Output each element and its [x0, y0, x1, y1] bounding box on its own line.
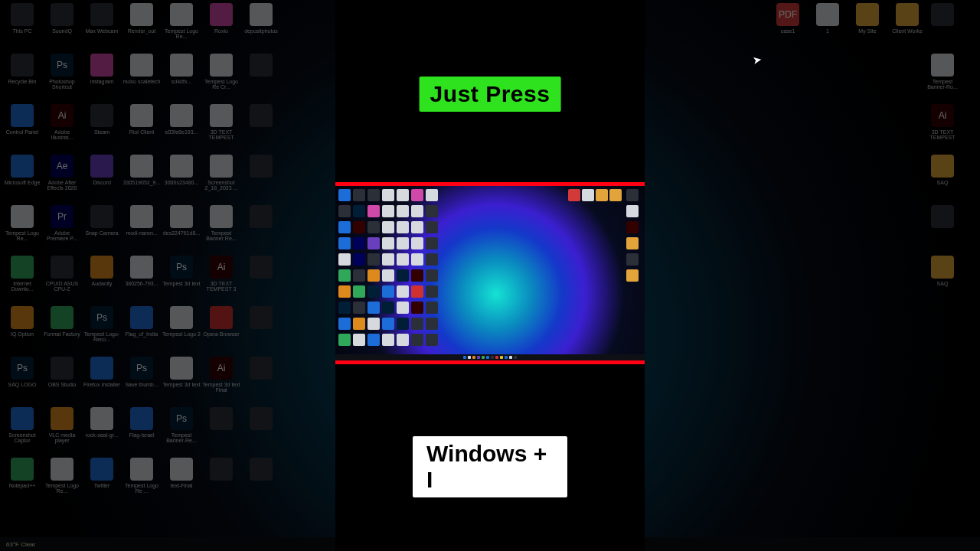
icon-label: Max Webcam — [86, 28, 119, 34]
desktop-icon[interactable]: Recycle Bin — [3, 54, 41, 103]
desktop-icon[interactable]: 380256-793... — [122, 256, 161, 305]
desktop-icon[interactable]: CPUID ASUS CPU-Z — [43, 256, 81, 305]
desktop-icon[interactable] — [242, 357, 280, 406]
desktop-icon[interactable]: Client Works — [888, 3, 926, 52]
caption-bottom: Windows + I — [413, 436, 567, 497]
app-icon — [250, 155, 273, 178]
desktop-icon[interactable]: mobo scaletech — [122, 54, 161, 103]
desktop-icon[interactable]: Control Panel — [3, 104, 41, 153]
mini-icon — [426, 205, 438, 217]
mini-icon — [338, 285, 351, 298]
desktop-icon[interactable]: SoundQ — [43, 3, 81, 52]
desktop-icon[interactable]: Steam — [83, 104, 121, 153]
desktop-icon[interactable] — [202, 458, 240, 507]
icon-label: Tempest Banner-Re... — [162, 432, 201, 444]
desktop-icon[interactable]: PrAdobe Premiere P... — [43, 205, 81, 254]
desktop-icon[interactable]: Tempest Logo Re... — [162, 3, 201, 52]
desktop-icon[interactable]: SAQ — [923, 155, 962, 204]
desktop-icon[interactable]: Snap Camera — [83, 205, 121, 254]
desktop-icon[interactable] — [242, 458, 280, 507]
desktop-icon[interactable]: PsTempest 3d text — [162, 256, 201, 305]
desktop-icon[interactable]: Tempest Logo Re... — [43, 458, 81, 507]
desktop-icon[interactable]: PsTempest Logo-Reco... — [83, 306, 121, 355]
desktop-icon[interactable]: Screenshot Captor — [3, 407, 41, 456]
desktop-icon[interactable]: PsSAQ LOGO — [3, 357, 41, 406]
desktop-icon[interactable] — [242, 54, 280, 103]
desktop-icon[interactable]: PDFcase1 — [769, 3, 807, 52]
desktop-icon[interactable]: Riot Client — [122, 104, 161, 153]
desktop-icon[interactable] — [242, 256, 280, 305]
desktop-icon[interactable]: Notepad++ — [3, 458, 41, 507]
desktop-icon[interactable] — [242, 306, 280, 355]
desktop-icon[interactable]: IQ Option — [3, 306, 41, 355]
desktop-icon[interactable]: Format Factory — [43, 306, 81, 355]
desktop-icon[interactable]: AiAdobe Illustrat... — [43, 104, 81, 153]
desktop-icon[interactable]: Opera Browser — [202, 306, 240, 355]
desktop-icon[interactable] — [242, 155, 280, 204]
mini-icon — [338, 334, 351, 346]
desktop-icon[interactable]: Twitter — [83, 458, 121, 507]
icon-label: SAQ — [937, 180, 949, 185]
desktop-icon[interactable]: sd4dfx... — [162, 54, 201, 103]
desktop-icon[interactable]: depositphotos — [242, 3, 280, 52]
icon-label: depositphotos — [244, 28, 278, 34]
desktop-icon[interactable]: 330519052_9... — [122, 155, 161, 204]
desktop-icon[interactable]: Internet Downlo... — [3, 256, 41, 305]
desktop-icon[interactable]: Microsoft Edge — [3, 155, 41, 204]
desktop-icon[interactable]: e03fe8e193... — [162, 104, 201, 153]
desktop-icon[interactable] — [242, 407, 280, 456]
desktop-icon[interactable]: rock-seat-gr... — [83, 407, 121, 456]
desktop-icon[interactable]: 3D TEXT TEMPEST — [202, 104, 240, 153]
desktop-icon[interactable]: Ai3D TEXT TEMPEST — [923, 104, 962, 153]
app-icon — [90, 3, 113, 26]
desktop-icon[interactable]: modi-naren... — [122, 205, 161, 254]
mini-task-icon — [463, 356, 466, 359]
desktop-icon[interactable]: AeAdobe After Effects 2020 — [43, 155, 81, 204]
desktop-icon[interactable] — [923, 205, 962, 254]
desktop-icon[interactable]: text-Final — [162, 458, 201, 507]
desktop-icon[interactable]: PsTempest Banner-Re... — [162, 407, 201, 456]
mini-icon — [411, 205, 423, 217]
desktop-icon[interactable]: 1 — [808, 3, 847, 52]
mini-icon — [411, 285, 423, 298]
desktop-icon[interactable]: This PC — [3, 3, 41, 52]
app-icon: Ps — [170, 407, 193, 430]
desktop-icon[interactable]: Tempest Logo Re ... — [122, 458, 161, 507]
desktop-icon[interactable] — [923, 3, 962, 52]
desktop-icon[interactable] — [242, 205, 280, 254]
desktop-icon[interactable]: PsPhotoshop Shortcut — [43, 54, 81, 103]
desktop-icon[interactable]: Flag-Israel — [122, 407, 161, 456]
desktop-icon[interactable]: Firefox Installer — [83, 357, 121, 406]
desktop-icon[interactable]: Tempest 3d text — [162, 357, 201, 406]
desktop-icon[interactable]: Tempest Banner Re... — [202, 205, 240, 254]
desktop-icon[interactable]: Discord — [83, 155, 121, 204]
desktop-icon[interactable]: AiTempest 3d text Final — [202, 357, 240, 406]
desktop-icon[interactable]: PsSave thumb... — [122, 357, 161, 406]
desktop-icon[interactable]: Tempest Banner-Ro... — [923, 54, 962, 103]
icon-label: My Site — [858, 28, 876, 34]
desktop-icon[interactable]: Tempest Logo 2 — [162, 306, 201, 355]
app-icon: Ai — [210, 256, 233, 279]
desktop-icon[interactable]: My Site — [848, 3, 887, 52]
desktop-icon[interactable]: Screenshot 2_18_2023 ... — [202, 155, 240, 204]
desktop-icon[interactable]: Ai3D TEXT TEMPEST 3 — [202, 256, 240, 305]
mini-icon — [426, 334, 438, 346]
app-icon: Ai — [210, 357, 233, 380]
desktop-icon[interactable] — [202, 407, 240, 456]
desktop-icon[interactable]: Flag_of_India — [122, 306, 161, 355]
taskbar-weather[interactable]: 63°F Clear — [6, 541, 35, 548]
desktop-icon[interactable]: 3006s23480... — [162, 155, 201, 204]
desktop-icon[interactable] — [242, 104, 280, 153]
desktop-icon[interactable]: Instagram — [83, 54, 121, 103]
desktop-icon[interactable]: Tempest Logo Re... — [3, 205, 41, 254]
desktop-icon[interactable]: des224761d8... — [162, 205, 201, 254]
desktop-icon[interactable]: SAQ — [923, 256, 962, 305]
desktop-icon[interactable]: Audacity — [83, 256, 121, 305]
desktop-icon[interactable]: Tempest Logo Re Cr... — [202, 54, 240, 103]
icon-label: Tempest Logo-Reco... — [83, 331, 121, 343]
desktop-icon[interactable]: OBS Studio — [43, 357, 81, 406]
desktop-icon[interactable]: Max Webcam — [83, 3, 121, 52]
desktop-icon[interactable]: Roxio — [202, 3, 240, 52]
desktop-icon[interactable]: Render_out — [122, 3, 161, 52]
desktop-icon[interactable]: VLC media player — [43, 407, 81, 456]
